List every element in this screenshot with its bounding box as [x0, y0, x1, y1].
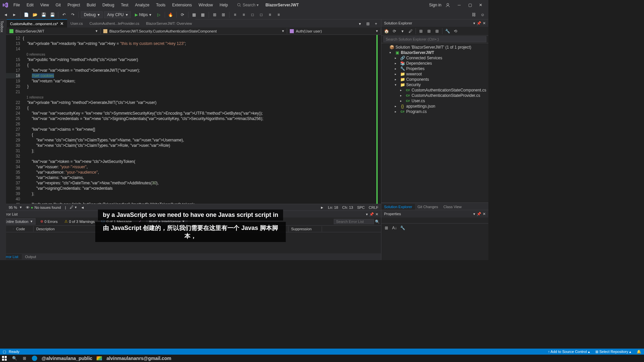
errors-filter[interactable]: ⊗0 Errors: [38, 219, 60, 224]
se-tool-button[interactable]: 🖊: [407, 27, 414, 35]
tree-item[interactable]: ▸C#CustomAuthenticationStateProvider.cs: [381, 93, 488, 98]
back-button[interactable]: ◄: [2, 11, 9, 18]
se-tool-button[interactable]: ⊞: [417, 27, 425, 35]
tree-item[interactable]: ▾▣BlazorServerJWT: [381, 50, 488, 55]
tree-item[interactable]: ▸🔗Connected Services: [381, 55, 488, 61]
sign-in-link[interactable]: Sign in: [429, 3, 441, 7]
menu-project[interactable]: Project: [65, 1, 83, 9]
tree-item[interactable]: 📦Solution 'BlazorServerJWT' (1 of 1 proj…: [381, 45, 488, 50]
prop-alpha-button[interactable]: A↓: [391, 224, 398, 232]
config-dropdown[interactable]: Debug▾: [81, 11, 103, 18]
bottom-tab[interactable]: Output: [22, 254, 40, 259]
document-tab[interactable]: CustomAuthent...teProvider.cs: [86, 19, 143, 27]
tool-btn[interactable]: ⊞: [211, 11, 218, 18]
tree-item[interactable]: ▸🔧Properties: [381, 66, 488, 71]
toolbox-strip[interactable]: Toolbox: [0, 19, 6, 260]
menu-help[interactable]: Help: [217, 1, 231, 9]
tree-item[interactable]: ▸📁wwwroot: [381, 71, 488, 77]
start-no-debug-button[interactable]: ▷: [155, 11, 163, 18]
user-icon[interactable]: [445, 3, 450, 7]
menu-view[interactable]: View: [38, 1, 52, 9]
panel-tab[interactable]: Class View: [441, 204, 464, 210]
document-tab[interactable]: User.cs: [67, 19, 86, 27]
tree-item[interactable]: ▸C#User.cs: [381, 98, 488, 104]
tool-btn[interactable]: ▦: [199, 11, 207, 18]
save-button[interactable]: 💾: [40, 11, 47, 18]
menu-debug[interactable]: Debug: [100, 1, 117, 9]
undo-button[interactable]: ↶: [60, 11, 68, 18]
se-tool-button[interactable]: ⟳: [391, 27, 398, 35]
menu-git[interactable]: Git: [53, 1, 63, 9]
tree-item[interactable]: ▸{}appsettings.json: [381, 104, 488, 109]
error-column-header[interactable]: Suppression: [288, 226, 322, 232]
prop-categorized-button[interactable]: ⊞: [383, 224, 390, 232]
tree-item[interactable]: ▸📚Dependencies: [381, 61, 488, 66]
tool-btn[interactable]: ≡: [240, 11, 248, 18]
new-button[interactable]: 📄: [22, 11, 30, 18]
se-tool-button[interactable]: ▾: [399, 27, 406, 35]
maximize-button[interactable]: ▢: [465, 1, 475, 9]
se-tool-button[interactable]: 🔧: [444, 27, 451, 35]
tool-btn[interactable]: □: [258, 11, 265, 18]
issues-indicator[interactable]: No issues found: [35, 205, 61, 209]
panel-dropdown-icon[interactable]: ▾: [473, 21, 475, 25]
forward-button[interactable]: ►: [11, 11, 18, 18]
tab-pin-button[interactable]: ⊞: [364, 20, 372, 27]
close-button[interactable]: ✕: [476, 1, 486, 9]
se-tool-button[interactable]: ⊞: [433, 27, 441, 35]
indent-indicator[interactable]: SPC: [357, 205, 365, 209]
line-indicator[interactable]: Ln: 18: [328, 205, 338, 209]
tree-item[interactable]: ▸C#Program.cs: [381, 109, 488, 114]
nav-class-dropdown[interactable]: BlazorServerJWT.Security.CustomAuthentic…: [101, 28, 287, 34]
solution-search-input[interactable]: [383, 36, 486, 42]
start-button[interactable]: ▶https▾: [132, 12, 154, 18]
panel-close-icon[interactable]: ✕: [375, 212, 378, 217]
error-search-input[interactable]: [334, 219, 374, 224]
tab-add-button[interactable]: +: [372, 20, 380, 27]
redo-button[interactable]: ↷: [69, 11, 76, 18]
document-tab[interactable]: BlazorServerJWT: Overview: [143, 19, 195, 27]
nav-member-dropdown[interactable]: Auth(User user) ▾: [287, 28, 381, 34]
tool-btn[interactable]: ≡: [275, 11, 282, 18]
tool-btn[interactable]: ⊞: [220, 11, 227, 18]
tree-item[interactable]: ▾📁Security: [381, 82, 488, 87]
nav-project-dropdown[interactable]: BlazorServerJWT ▾: [7, 28, 101, 34]
panel-tab[interactable]: Git Changes: [415, 204, 441, 210]
hot-reload-button[interactable]: 🔥: [167, 11, 174, 18]
col-indicator[interactable]: Ch: 13: [342, 205, 353, 209]
tool-btn[interactable]: ≡: [231, 11, 239, 18]
panel-close-icon[interactable]: ✕: [483, 21, 486, 25]
menu-edit[interactable]: Edit: [24, 1, 36, 9]
panel-pin-icon[interactable]: 📌: [369, 212, 374, 217]
se-tool-button[interactable]: ⟲: [452, 27, 459, 35]
menu-extensions[interactable]: Extensions: [169, 1, 195, 9]
save-all-button[interactable]: 💾: [49, 11, 56, 18]
panel-tab[interactable]: Solution Explorer: [381, 204, 415, 210]
panel-close-icon[interactable]: ✕: [483, 212, 486, 216]
warnings-filter[interactable]: ⚠0 of 3 Warnings: [62, 219, 97, 224]
eol-indicator[interactable]: CRLF: [369, 205, 378, 209]
live-share-button[interactable]: ⛓: [470, 11, 478, 18]
tree-item[interactable]: ▸C#CustomAuthenticationStateComponent.cs: [381, 87, 488, 93]
tree-item[interactable]: ▸📁Components: [381, 77, 488, 82]
tool-btn[interactable]: ≡: [266, 11, 274, 18]
open-button[interactable]: 📂: [31, 11, 39, 18]
minimize-button[interactable]: ─: [454, 1, 464, 9]
panel-dropdown-icon[interactable]: ▾: [366, 212, 368, 217]
menu-build[interactable]: Build: [84, 1, 99, 9]
panel-dropdown-icon[interactable]: ▾: [473, 212, 475, 216]
menu-window[interactable]: Window: [196, 1, 216, 9]
error-scope-dropdown[interactable]: Entire Solution▾: [1, 218, 36, 225]
se-tool-button[interactable]: ⊞: [425, 27, 433, 35]
menu-file[interactable]: File: [11, 1, 22, 9]
document-tab[interactable]: CustomAuthe...omponent.cs*✕: [7, 19, 67, 27]
code-editor[interactable]: 1213141516171819202122232425262728293031…: [6, 35, 381, 204]
browser-link-button[interactable]: ⟳: [179, 11, 186, 18]
se-home-button[interactable]: 🏠: [383, 27, 390, 35]
menu-tools[interactable]: Tools: [153, 1, 168, 9]
platform-dropdown[interactable]: Any CPU▾: [104, 11, 130, 18]
tab-close-icon[interactable]: ✕: [60, 21, 64, 26]
search-box[interactable]: Search ▾: [237, 3, 259, 7]
panel-pin-icon[interactable]: 📌: [477, 21, 481, 25]
tab-dropdown-button[interactable]: ▾: [356, 20, 364, 27]
